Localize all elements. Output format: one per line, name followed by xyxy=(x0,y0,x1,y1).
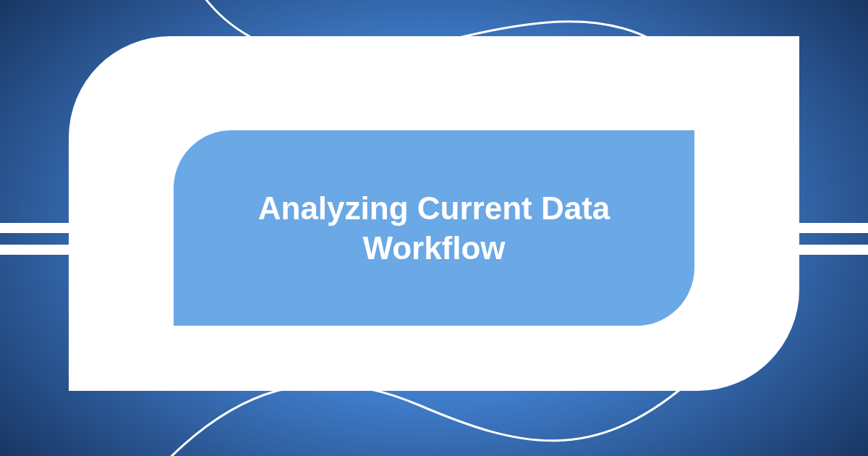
inner-card: Analyzing Current Data Workflow xyxy=(174,130,694,326)
card-title: Analyzing Current Data Workflow xyxy=(217,188,651,268)
